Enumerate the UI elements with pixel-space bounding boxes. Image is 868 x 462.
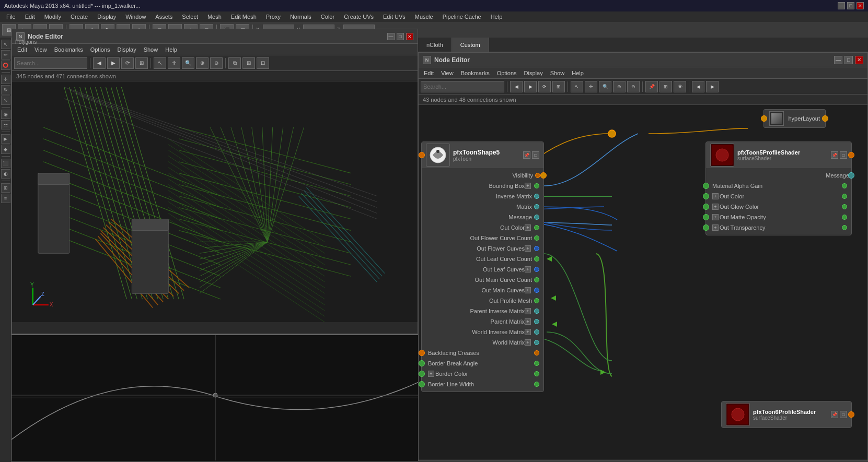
ner-minimize[interactable]: — (834, 56, 842, 64)
port-s5-transp-expand[interactable]: + (712, 224, 719, 231)
menu-mesh[interactable]: Mesh (203, 11, 226, 22)
port-out-color[interactable]: Out Color + (422, 222, 543, 233)
port-world-matrix[interactable]: World Matrix + (422, 337, 543, 348)
sidebar-key[interactable]: ◆ (1, 145, 10, 154)
ner-tool-fwd[interactable]: ▶ (524, 81, 537, 92)
sidebar-history[interactable]: ⊞ (1, 183, 10, 193)
ne-left-menu-options[interactable]: Options (87, 44, 113, 55)
menu-normals[interactable]: Normals (286, 11, 316, 22)
menu-create[interactable]: Create (66, 11, 92, 22)
menu-proxy[interactable]: Proxy (262, 11, 285, 22)
port-shader5-message[interactable]: Message (706, 170, 851, 181)
ner-tool-refresh[interactable]: ⟳ (538, 81, 551, 92)
port-world-inverse-matrix[interactable]: World Inverse Matrix + (422, 327, 543, 337)
ne-left-maximize[interactable]: □ (397, 33, 404, 40)
port-s5-matte-expand[interactable]: + (712, 214, 719, 220)
ner-tool-zoomout[interactable]: ⊖ (627, 81, 640, 92)
ner-menu-edit[interactable]: Edit (421, 67, 437, 79)
menu-modify[interactable]: Modify (40, 11, 65, 22)
menu-window[interactable]: Window (121, 11, 150, 22)
bottom-viewport[interactable] (11, 334, 418, 461)
ner-tool-zoomin[interactable]: ⊕ (613, 81, 626, 92)
menu-help[interactable]: Help (487, 11, 507, 22)
port-shader5-out-glow[interactable]: + Out Glow Color (706, 202, 851, 212)
ne-left-tool-7[interactable]: 🔍 (182, 57, 194, 69)
toon-shape5-pin-btn[interactable]: 📌 (523, 151, 530, 159)
ne-left-tool-12[interactable]: ⊡ (257, 57, 269, 69)
hyper-layout-node[interactable]: hyperLayout (763, 109, 826, 128)
ne-left-minimize[interactable]: — (387, 33, 395, 40)
ner-menu-bookmarks[interactable]: Bookmarks (458, 67, 493, 79)
ne-left-close[interactable]: ✕ (406, 33, 413, 40)
port-shader5-out-color[interactable]: + Out Color (706, 191, 851, 202)
sidebar-channel[interactable]: ≡ (1, 194, 10, 203)
ne-left-menu-show[interactable]: Show (141, 44, 161, 55)
port-out-leaf-curves[interactable]: Out Leaf Curves + (422, 264, 543, 275)
ner-tool-grid[interactable]: ⊞ (659, 81, 672, 92)
ner-tool-arr-right[interactable]: ▶ (706, 81, 719, 92)
menu-edit[interactable]: Edit (21, 11, 39, 22)
menu-color[interactable]: Color (317, 11, 339, 22)
ne-left-menu-bookmarks[interactable]: Bookmarks (51, 44, 86, 55)
ne-left-tool-1[interactable]: ◀ (93, 57, 106, 69)
sidebar-move-tool[interactable]: ✛ (1, 75, 10, 84)
ne-left-tool-4[interactable]: ⊞ (135, 57, 148, 69)
pfx-toon5-profile-shader-node[interactable]: pfxToon5ProfileShader surfaceShader 📌 □ … (705, 141, 852, 235)
port-matrix[interactable]: Matrix (422, 202, 543, 212)
menu-muscle[interactable]: Muscle (411, 11, 437, 22)
menu-assets[interactable]: Assets (151, 11, 177, 22)
sidebar-rotate-tool[interactable]: ↻ (1, 85, 10, 94)
ner-menu-view[interactable]: View (438, 67, 457, 79)
port-s5-glow-expand[interactable]: + (712, 204, 719, 210)
port-bounding-box[interactable]: Bounding Box + (422, 181, 543, 191)
port-parent-matrix[interactable]: Parent Matrix + (422, 316, 543, 327)
port-out-main-count[interactable]: Out Main Curve Count (422, 275, 543, 285)
sidebar-select-tool[interactable]: ↖ (1, 40, 10, 49)
port-flower-curves-expand[interactable]: + (525, 245, 531, 252)
ner-tool-pin[interactable]: 📌 (645, 81, 658, 92)
ne-left-tool-10[interactable]: ⧉ (228, 57, 241, 69)
ne-left-tool-3[interactable]: ⟳ (121, 57, 134, 69)
ne-left-tool-11[interactable]: ⊞ (242, 57, 255, 69)
ne-left-menu-help[interactable]: Help (162, 44, 180, 55)
port-out-main-curves[interactable]: Out Main Curves + (422, 285, 543, 295)
port-border-color[interactable]: + Border Color (422, 369, 543, 379)
sidebar-sym[interactable]: ⚏ (1, 120, 10, 129)
ne-left-canvas[interactable]: X Y Z (12, 81, 418, 322)
port-backfacing-creases[interactable]: Backfacing Creases (422, 348, 543, 358)
sidebar-paint-tool[interactable]: ✏ (1, 50, 10, 60)
maximize-btn[interactable]: □ (847, 2, 854, 9)
ne-left-tool-2[interactable]: ▶ (107, 57, 120, 69)
ner-menu-options[interactable]: Options (494, 67, 520, 79)
tab-custom[interactable]: Custom (452, 38, 489, 52)
ner-menu-show[interactable]: Show (547, 67, 568, 79)
port-shader5-transparency[interactable]: + Out Transparency (706, 222, 851, 233)
menu-select[interactable]: Select (178, 11, 202, 22)
toon-shape5-collapse-btn[interactable]: □ (532, 151, 539, 159)
ner-menu-help[interactable]: Help (569, 67, 587, 79)
sidebar-anim[interactable]: ▶ (1, 134, 10, 144)
menu-create-uvs[interactable]: Create UVs (340, 11, 378, 22)
ne-left-menu-display[interactable]: Display (114, 44, 140, 55)
port-material-alpha-gain[interactable]: Material Alpha Gain (706, 181, 851, 191)
pfx-toon-shape5-node[interactable]: pfxToonShape5 pfxToon 📌 □ Visibility (421, 141, 544, 392)
ner-tool-vis[interactable]: 👁 (674, 81, 686, 92)
port-parent-inv-expand[interactable]: + (525, 308, 531, 314)
port-inverse-matrix[interactable]: Inverse Matrix (422, 191, 543, 202)
port-s5-oc-expand[interactable]: + (712, 193, 719, 199)
minimize-btn[interactable]: — (838, 2, 845, 9)
port-message[interactable]: Message (422, 212, 543, 222)
menu-edit-mesh[interactable]: Edit Mesh (227, 11, 261, 22)
ner-tool-layout[interactable]: ⊞ (552, 81, 565, 92)
toon5-collapse-btn[interactable]: □ (840, 151, 847, 159)
pfx-toon6-profile-shader-node[interactable]: pfxToon6ProfileShader surfaceShader 📌 □ (721, 401, 852, 428)
menu-display[interactable]: Display (93, 11, 120, 22)
menu-edit-uvs[interactable]: Edit UVs (379, 11, 410, 22)
toon6-pin-btn[interactable]: 📌 (831, 411, 838, 418)
ner-close[interactable]: ✕ (855, 56, 863, 64)
ne-left-tool-9[interactable]: ⊖ (210, 57, 223, 69)
ne-left-search-input[interactable] (14, 57, 87, 69)
port-leaf-curves-expand[interactable]: + (525, 266, 531, 273)
port-main-curves-expand[interactable]: + (525, 287, 531, 293)
ne-left-tool-6[interactable]: ✛ (168, 57, 180, 69)
